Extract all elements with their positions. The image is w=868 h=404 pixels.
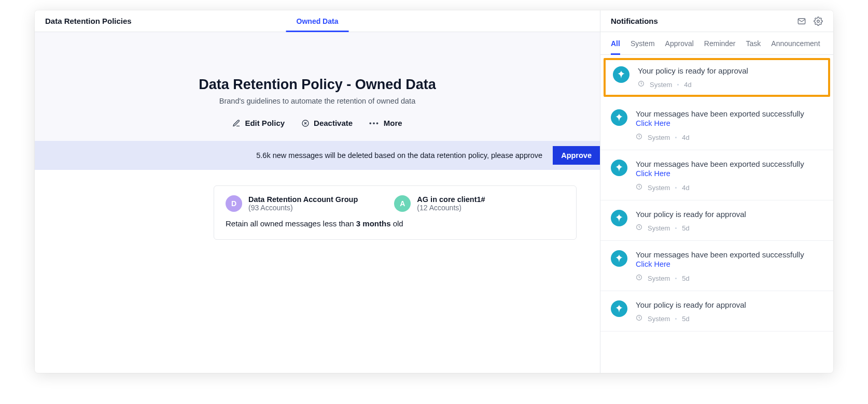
envelope-icon[interactable] bbox=[797, 17, 806, 26]
gear-icon[interactable] bbox=[814, 17, 823, 26]
group-avatar: A bbox=[394, 195, 411, 212]
more-button[interactable]: ••• More bbox=[369, 119, 402, 127]
notification-body: Your messages have been exported success… bbox=[636, 250, 823, 282]
notification-body: Your messages have been exported success… bbox=[636, 109, 823, 141]
meta-dot bbox=[675, 187, 677, 189]
notifications-panel: Notifications AllSystemApprovalReminderT… bbox=[600, 10, 833, 373]
clock-icon bbox=[636, 314, 642, 323]
group-title: Data Retention Account Group bbox=[248, 195, 358, 204]
notification-title: Your policy is ready for approval bbox=[638, 66, 821, 75]
page-title: Data Retention Policies bbox=[35, 10, 142, 32]
notification-tab-system[interactable]: System bbox=[631, 32, 655, 54]
notification-body: Your policy is ready for approval System… bbox=[636, 300, 823, 323]
account-groups: D Data Retention Account Group (93 Accou… bbox=[226, 195, 565, 212]
more-label: More bbox=[384, 119, 402, 127]
notification-tab-reminder[interactable]: Reminder bbox=[704, 32, 736, 54]
tab-owned-data[interactable]: Owned Data bbox=[286, 10, 349, 32]
main-panel: Data Retention Policies Owned Data Data … bbox=[35, 10, 600, 373]
notification-age: 5d bbox=[682, 315, 689, 323]
notification-item[interactable]: Your messages have been exported success… bbox=[600, 241, 833, 291]
policy-heading: Data Retention Policy - Owned Data bbox=[45, 77, 590, 93]
notification-logo-icon bbox=[611, 109, 627, 126]
group-count: (12 Accounts) bbox=[417, 204, 485, 212]
notification-item[interactable]: Your messages have been exported success… bbox=[600, 100, 833, 150]
notification-tabs: AllSystemApprovalReminderTaskAnnouncemen… bbox=[600, 32, 833, 55]
clock-icon bbox=[636, 133, 642, 141]
account-group: A AG in core client1# (12 Accounts) bbox=[394, 195, 485, 212]
group-count: (93 Accounts) bbox=[248, 204, 358, 212]
approve-button[interactable]: Approve bbox=[553, 146, 600, 165]
meta-dot bbox=[675, 318, 677, 320]
meta-dot bbox=[675, 227, 677, 229]
notification-meta: System 5d bbox=[636, 274, 823, 282]
content-area: D Data Retention Account Group (93 Accou… bbox=[35, 170, 600, 255]
notification-meta: System 5d bbox=[636, 224, 823, 232]
notification-title: Your messages have been exported success… bbox=[636, 109, 823, 118]
pencil-icon bbox=[232, 119, 241, 127]
notification-logo-icon bbox=[611, 210, 627, 226]
notification-logo-icon bbox=[611, 160, 627, 176]
notification-source: System bbox=[648, 315, 670, 323]
notification-age: 5d bbox=[682, 224, 689, 232]
retain-pre: Retain all owned messages less than bbox=[226, 219, 356, 228]
notification-body: Your policy is ready for approval System… bbox=[638, 66, 821, 89]
notification-item[interactable]: Your messages have been exported success… bbox=[600, 150, 833, 200]
notification-title: Your messages have been exported success… bbox=[636, 160, 823, 168]
svg-point-2 bbox=[817, 20, 820, 22]
notification-body: Your messages have been exported success… bbox=[636, 160, 823, 192]
policy-card: D Data Retention Account Group (93 Accou… bbox=[214, 185, 577, 240]
notifications-header: Notifications bbox=[600, 10, 833, 32]
notification-tab-task[interactable]: Task bbox=[746, 32, 761, 54]
notification-title: Your messages have been exported success… bbox=[636, 250, 823, 259]
notification-item[interactable]: Your policy is ready for approval System… bbox=[600, 200, 833, 241]
notification-title: Your policy is ready for approval bbox=[636, 210, 823, 219]
notification-source: System bbox=[648, 275, 670, 282]
top-bar: Data Retention Policies Owned Data bbox=[35, 10, 600, 32]
notification-tab-all[interactable]: All bbox=[611, 32, 620, 54]
notification-source: System bbox=[648, 224, 670, 232]
clock-icon bbox=[636, 183, 642, 192]
group-title: AG in core client1# bbox=[417, 195, 485, 204]
group-avatar: D bbox=[226, 195, 242, 212]
edit-policy-button[interactable]: Edit Policy bbox=[232, 119, 285, 127]
notification-meta: System 4d bbox=[638, 80, 821, 89]
banner-text: 5.6k new messages will be deleted based … bbox=[256, 151, 542, 160]
notification-item[interactable]: Your policy is ready for approval System… bbox=[604, 58, 830, 97]
notification-item[interactable]: Your policy is ready for approval System… bbox=[600, 291, 833, 331]
retain-rule: Retain all owned messages less than 3 mo… bbox=[226, 219, 565, 228]
main-tabs: Owned Data bbox=[286, 10, 349, 32]
notifications-header-icons bbox=[797, 17, 823, 26]
notification-source: System bbox=[650, 81, 672, 89]
group-info: Data Retention Account Group (93 Account… bbox=[248, 195, 358, 212]
notification-link[interactable]: Click Here bbox=[636, 119, 670, 127]
meta-dot bbox=[675, 278, 677, 279]
retain-bold: 3 months bbox=[356, 219, 391, 228]
policy-actions: Edit Policy Deactivate ••• More bbox=[45, 119, 590, 127]
edit-policy-label: Edit Policy bbox=[245, 119, 285, 127]
deactivate-button[interactable]: Deactivate bbox=[301, 119, 353, 127]
notification-link[interactable]: Click Here bbox=[636, 169, 670, 178]
clock-icon bbox=[638, 80, 645, 89]
account-group: D Data Retention Account Group (93 Accou… bbox=[226, 195, 358, 212]
policy-subheading: Brand's guidelines to automate the reten… bbox=[45, 97, 590, 105]
notification-tab-announcement[interactable]: Announcement bbox=[771, 32, 820, 54]
notification-logo-icon bbox=[613, 66, 629, 83]
notification-logo-icon bbox=[611, 250, 627, 267]
notification-age: 5d bbox=[682, 275, 689, 282]
policy-hero: Data Retention Policy - Owned Data Brand… bbox=[35, 32, 600, 141]
notification-link[interactable]: Click Here bbox=[636, 260, 670, 268]
notification-meta: System 4d bbox=[636, 183, 823, 192]
notification-body: Your policy is ready for approval System… bbox=[636, 210, 823, 232]
notification-source: System bbox=[648, 184, 670, 192]
meta-dot bbox=[675, 137, 677, 138]
notification-meta: System 5d bbox=[636, 314, 823, 323]
notification-source: System bbox=[648, 134, 670, 141]
retain-post: old bbox=[391, 219, 403, 228]
notification-age: 4d bbox=[682, 184, 689, 192]
notification-logo-icon bbox=[611, 300, 627, 317]
notification-tab-approval[interactable]: Approval bbox=[665, 32, 694, 54]
notification-title: Your policy is ready for approval bbox=[636, 300, 823, 309]
notification-list[interactable]: Your policy is ready for approval System… bbox=[600, 55, 833, 373]
app-window: Data Retention Policies Owned Data Data … bbox=[35, 10, 833, 373]
notification-age: 4d bbox=[682, 134, 689, 141]
